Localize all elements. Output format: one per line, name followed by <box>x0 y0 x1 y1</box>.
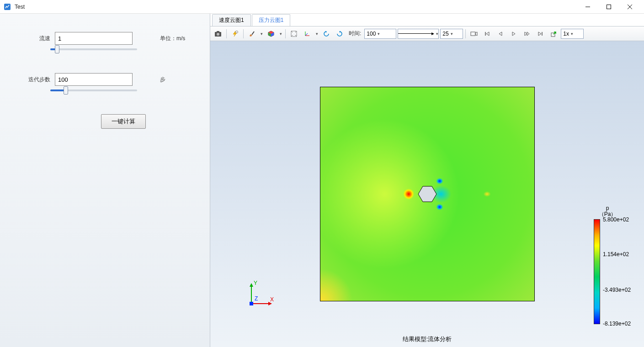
svg-line-13 <box>305 33 308 36</box>
svg-text:Y: Y <box>254 280 257 286</box>
export-icon[interactable] <box>548 28 559 39</box>
flow-speed-label: 流速 <box>14 35 55 42</box>
svg-rect-14 <box>471 32 475 36</box>
axes-icon[interactable] <box>301 28 313 39</box>
iterations-input[interactable] <box>55 73 133 86</box>
tab-velocity[interactable]: 速度云图1 <box>212 14 251 26</box>
camera-icon[interactable] <box>212 28 224 39</box>
svg-text:Z: Z <box>255 295 258 302</box>
iterations-unit: 步 <box>160 76 165 84</box>
maximize-button[interactable] <box>598 0 619 14</box>
tab-pressure[interactable]: 压力云图1 <box>252 14 291 26</box>
rotate-ccw-icon[interactable] <box>320 28 332 39</box>
legend-bar <box>594 219 600 324</box>
brush-icon[interactable] <box>246 28 258 39</box>
window-title: Test <box>15 4 577 10</box>
cube-dropdown[interactable]: ▾ <box>278 32 283 36</box>
svg-line-9 <box>252 32 254 35</box>
color-legend: p （Pa） 5.800e+02 1.154e+02 -3.493e+02 -8… <box>594 205 635 324</box>
cube-icon[interactable] <box>265 28 277 39</box>
viewer-toolbar: ▾ ▾ ▾ 时间: 100▾ ▾ 25▾ 1x▾ <box>210 26 644 41</box>
fps-combo[interactable]: 25▾ <box>440 29 463 39</box>
flow-speed-unit: 单位：m/s <box>160 35 185 42</box>
result-panel: 速度云图1 压力云图1 ▾ ▾ ▾ 时间: 100▾ ▾ 25▾ <box>210 14 644 347</box>
last-frame-icon[interactable] <box>534 28 546 39</box>
flow-speed-slider[interactable] <box>50 48 137 50</box>
axes-dropdown[interactable]: ▾ <box>314 32 319 36</box>
axis-triad: Y X Z <box>245 279 277 310</box>
svg-rect-33 <box>250 302 253 305</box>
calculate-button[interactable]: 一键计算 <box>101 114 146 129</box>
speed-combo[interactable]: 1x▾ <box>561 29 584 39</box>
rotate-cw-icon[interactable] <box>334 28 346 39</box>
status-text: 结果模型:流体分析 <box>403 335 452 343</box>
time-combo[interactable]: 100▾ <box>364 29 396 39</box>
play-icon[interactable] <box>508 28 520 39</box>
line-style-combo[interactable]: ▾ <box>398 29 439 39</box>
time-label: 时间: <box>349 30 361 37</box>
lightning-icon[interactable] <box>229 28 241 39</box>
record-icon[interactable] <box>468 28 480 39</box>
first-frame-icon[interactable] <box>481 28 493 39</box>
control-panel: 流速 单位：m/s 迭代步数 步 一键计算 <box>0 14 210 347</box>
tab-bar: 速度云图1 压力云图1 <box>210 14 644 26</box>
fit-view-icon[interactable] <box>288 28 300 39</box>
minimize-button[interactable] <box>577 0 598 14</box>
next-frame-icon[interactable] <box>521 28 533 39</box>
brush-dropdown[interactable]: ▾ <box>259 32 264 36</box>
viewport[interactable]: Y X Z p （Pa） 5.800e+02 1.154e+02 -3.4 <box>210 41 644 347</box>
iterations-slider[interactable] <box>50 89 137 91</box>
svg-rect-6 <box>217 31 219 32</box>
close-button[interactable] <box>619 0 640 14</box>
pressure-contour <box>320 87 535 301</box>
svg-point-7 <box>217 33 219 36</box>
prev-frame-icon[interactable] <box>495 28 506 39</box>
flow-speed-input[interactable] <box>55 32 133 45</box>
app-icon <box>4 3 11 11</box>
svg-marker-28 <box>250 283 253 287</box>
svg-rect-2 <box>607 5 611 9</box>
iterations-label: 迭代步数 <box>14 76 55 84</box>
svg-text:X: X <box>270 296 274 303</box>
titlebar: Test <box>0 0 644 14</box>
